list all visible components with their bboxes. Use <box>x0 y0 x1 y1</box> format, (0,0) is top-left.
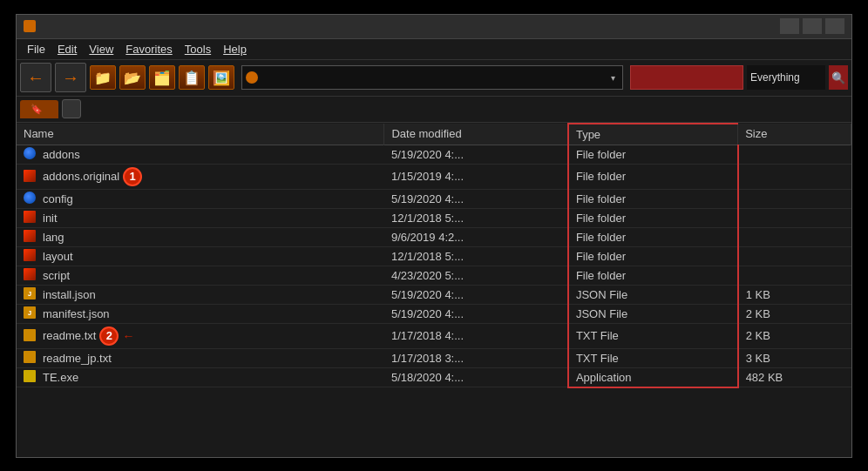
menu-bar: File Edit View Favorites Tools Help <box>17 39 851 60</box>
cell-name: TE.exe <box>17 367 384 387</box>
address-chevron-icon[interactable]: ▾ <box>607 73 619 83</box>
menu-tools[interactable]: Tools <box>180 41 216 57</box>
table-row[interactable]: readme.txt 2 ← 1/17/2018 4:... TXT File … <box>17 323 851 348</box>
search-button[interactable]: 🔍 <box>829 65 848 90</box>
txt-file-icon <box>24 351 36 363</box>
cell-type: File folder <box>568 164 738 189</box>
folder-icon-3: 🗂️ <box>153 70 171 86</box>
file-name-label: TE.exe <box>43 371 78 384</box>
table-row[interactable]: TE.exe 5/18/2020 4:... Application 482 K… <box>17 367 851 387</box>
file-name-label: addons.original <box>43 170 119 183</box>
menu-edit[interactable]: Edit <box>52 41 82 57</box>
menu-favorites[interactable]: Favorites <box>120 41 177 57</box>
arrow-indicator: ← <box>122 329 134 343</box>
menu-view[interactable]: View <box>84 41 119 57</box>
json-file-icon: J <box>24 306 36 319</box>
header-name[interactable]: Name <box>17 124 384 145</box>
forward-button[interactable]: → <box>55 63 86 92</box>
file-name-label: script <box>43 269 70 282</box>
cell-name: readme_jp.txt <box>17 348 384 367</box>
globe-folder-icon <box>24 147 36 159</box>
cell-date: 12/1/2018 5:... <box>384 208 568 227</box>
table-row[interactable]: config 5/19/2020 4:... File folder <box>17 189 851 208</box>
search-input[interactable] <box>747 65 825 90</box>
cell-type: Application <box>568 367 738 387</box>
content-area: Name Date modified Type Size addons 5/19… <box>17 123 851 457</box>
folder-button-2[interactable]: 📂 <box>119 65 146 90</box>
app-icon <box>24 20 36 32</box>
table-row[interactable]: script 4/23/2020 5:... File folder <box>17 266 851 285</box>
cell-size <box>738 227 851 246</box>
address-globe-icon <box>246 71 258 84</box>
txt-file-icon <box>24 329 36 341</box>
title-bar-controls <box>780 18 844 34</box>
file-name-label: config <box>43 192 73 205</box>
address-bar[interactable]: ▾ <box>241 65 623 90</box>
cell-size <box>738 145 851 164</box>
header-size[interactable]: Size <box>738 124 851 145</box>
folder-button-5[interactable]: 🖼️ <box>208 65 234 90</box>
menu-file[interactable]: File <box>22 41 51 57</box>
cell-date: 12/1/2018 5:... <box>384 246 568 266</box>
file-table: Name Date modified Type Size addons 5/19… <box>17 123 851 388</box>
cell-name: layout <box>17 246 384 266</box>
cell-size <box>738 208 851 227</box>
table-row[interactable]: readme_jp.txt 1/17/2018 3:... TXT File 3… <box>17 348 851 367</box>
cell-size: 2 KB <box>738 323 851 348</box>
folder-icon-2: 📂 <box>124 70 141 86</box>
cell-size: 482 KB <box>738 367 851 387</box>
title-bar <box>17 15 851 39</box>
header-type[interactable]: Type <box>568 124 738 145</box>
menu-help[interactable]: Help <box>218 41 252 57</box>
cell-type: File folder <box>568 145 738 164</box>
cell-name: script <box>17 266 384 285</box>
toolbar: ← → 📁 📂 🗂️ 📋 🖼️ ▾ 🔍 <box>17 60 851 97</box>
header-date[interactable]: Date modified <box>384 124 568 145</box>
table-row[interactable]: J install.json 5/19/2020 4:... JSON File… <box>17 285 851 304</box>
back-button[interactable]: ← <box>20 63 51 92</box>
cell-name: config <box>17 189 384 208</box>
file-name-label: manifest.json <box>43 307 110 320</box>
cell-date: 5/19/2020 4:... <box>384 285 568 304</box>
cell-name: addons.original 1 <box>17 164 384 189</box>
red-folder-icon <box>24 170 36 182</box>
cell-name: J install.json <box>17 285 384 304</box>
file-name-label: lang <box>43 231 64 244</box>
file-list-scroll[interactable]: Name Date modified Type Size addons 5/19… <box>17 123 851 457</box>
cell-date: 1/17/2018 4:... <box>384 323 568 348</box>
tab-current[interactable]: 🔖 <box>20 100 58 118</box>
table-row[interactable]: J manifest.json 5/19/2020 4:... JSON Fil… <box>17 304 851 323</box>
folder-button-3[interactable]: 🗂️ <box>149 65 175 90</box>
main-window: File Edit View Favorites Tools Help ← → … <box>16 14 852 458</box>
annotation-circle-2: 2 <box>99 326 119 346</box>
table-row[interactable]: lang 9/6/2019 4:2... File folder <box>17 227 851 246</box>
cell-size: 2 KB <box>738 304 851 323</box>
file-name-label: readme.txt <box>43 329 96 342</box>
minimize-button[interactable] <box>780 18 799 34</box>
cell-size <box>738 246 851 266</box>
cell-name: readme.txt 2 ← <box>17 323 384 348</box>
close-button[interactable] <box>825 18 844 34</box>
cell-type: File folder <box>568 246 738 266</box>
add-tab-button[interactable] <box>62 99 81 118</box>
table-row[interactable]: addons 5/19/2020 4:... File folder <box>17 145 851 164</box>
cell-date: 5/19/2020 4:... <box>384 189 568 208</box>
forward-icon: → <box>62 68 79 88</box>
cell-name: init <box>17 208 384 227</box>
cell-type: File folder <box>568 189 738 208</box>
back-icon: ← <box>27 68 44 88</box>
red-folder-icon <box>24 230 36 242</box>
cell-date: 5/19/2020 4:... <box>384 304 568 323</box>
table-row[interactable]: init 12/1/2018 5:... File folder <box>17 208 851 227</box>
table-row[interactable]: addons.original 1 1/15/2019 4:... File f… <box>17 164 851 189</box>
cell-size <box>738 266 851 285</box>
table-row[interactable]: layout 12/1/2018 5:... File folder <box>17 246 851 266</box>
folder-button-1[interactable]: 📁 <box>90 65 116 90</box>
exe-file-icon <box>24 370 36 382</box>
folder-button-4[interactable]: 📋 <box>179 65 205 90</box>
cell-name: addons <box>17 145 384 164</box>
cell-date: 4/23/2020 5:... <box>384 266 568 285</box>
cell-type: TXT File <box>568 348 738 367</box>
cell-name: lang <box>17 227 384 246</box>
maximize-button[interactable] <box>803 18 822 34</box>
